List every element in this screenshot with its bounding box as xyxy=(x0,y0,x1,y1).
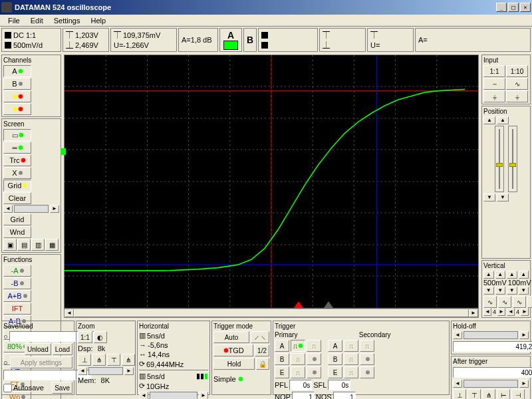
trigP-A-edge2[interactable]: ⎍ xyxy=(307,340,321,352)
vB-up2[interactable]: ▲ xyxy=(519,271,529,279)
v4l[interactable]: ◄ xyxy=(483,308,491,316)
zoom-tool2[interactable]: ⋔ xyxy=(92,354,106,366)
at-right[interactable]: ► xyxy=(519,380,529,388)
position-a-slider[interactable] xyxy=(495,126,504,192)
trigS-B-edge2[interactable] xyxy=(360,353,374,365)
fn-minus-b[interactable]: -B xyxy=(3,277,31,289)
zoom-left[interactable]: ◄ xyxy=(78,367,87,375)
aftertrig-input[interactable] xyxy=(453,367,532,378)
left-arrow-button[interactable]: ◄ xyxy=(3,205,13,213)
posA-down[interactable]: ▼ xyxy=(483,194,495,201)
menu-file[interactable]: File xyxy=(3,15,25,26)
v4l2[interactable]: ◄ xyxy=(507,308,515,316)
chB-ind[interactable] xyxy=(3,103,31,115)
scroll-right-button[interactable]: ► xyxy=(469,309,478,317)
nos-input[interactable] xyxy=(333,392,356,399)
trigP-B[interactable]: B xyxy=(275,353,289,365)
trigP-A-edge[interactable]: ⎍ xyxy=(291,340,305,352)
sfl-input[interactable] xyxy=(328,380,350,390)
at-scrollbar[interactable] xyxy=(464,380,518,388)
at-mode3[interactable]: ⋔ xyxy=(482,389,495,399)
maximize-button[interactable]: □ xyxy=(508,3,519,12)
v4r[interactable]: ► xyxy=(497,308,505,316)
vA-up[interactable]: ▲ xyxy=(483,271,494,279)
load-button[interactable]: Load xyxy=(53,343,72,355)
wnd-button[interactable]: Wnd xyxy=(3,226,31,238)
trigP-B-edge2[interactable] xyxy=(307,353,321,365)
trigS-E[interactable]: E xyxy=(328,366,342,378)
zoom-tool4[interactable]: ⋔ xyxy=(122,354,135,366)
holdoff-input[interactable] xyxy=(453,341,532,352)
zoom-ratio-button[interactable]: 1:1 xyxy=(78,331,92,343)
trc-button[interactable]: Trc xyxy=(3,154,31,166)
trigP-E-edge[interactable]: ⎍ xyxy=(291,366,305,378)
x-button[interactable]: X xyxy=(3,167,31,179)
wave4-icon[interactable]: ∿ xyxy=(527,296,532,308)
screen-sub3[interactable]: ▥ xyxy=(31,239,45,251)
posA-up[interactable]: ▲ xyxy=(483,116,495,124)
fn-aplusb[interactable]: A+B xyxy=(3,290,31,302)
ho-right[interactable]: ► xyxy=(519,331,529,339)
coupling-gnd-button[interactable]: ⏚ xyxy=(483,90,505,102)
oscilloscope-display[interactable] xyxy=(64,55,479,309)
nop-input[interactable] xyxy=(292,392,315,399)
channel-a-button[interactable]: A xyxy=(3,65,31,77)
trigS-E-edge2[interactable] xyxy=(360,366,374,378)
minimize-button[interactable]: _ xyxy=(496,3,507,12)
coupling-dc-button[interactable]: ⎓ xyxy=(483,78,505,90)
fn-ift[interactable]: IFT xyxy=(3,303,31,315)
h-scrollbar[interactable] xyxy=(150,392,198,399)
wave2-icon[interactable]: ∿ xyxy=(498,296,511,308)
screen-sub4[interactable]: ▦ xyxy=(45,239,59,251)
zoom-toggle[interactable]: ◐ xyxy=(94,331,107,343)
trigS-A-edge[interactable]: ⎍ xyxy=(344,340,358,352)
position-b-slider[interactable] xyxy=(508,126,517,192)
at-mode4[interactable]: ⊢ xyxy=(497,389,510,399)
tgd-button[interactable]: TGD xyxy=(213,344,253,356)
posB-up[interactable]: ▲ xyxy=(497,116,509,124)
chA-ind[interactable] xyxy=(3,90,31,102)
auto-button[interactable]: Auto xyxy=(213,331,249,343)
vA-up2[interactable]: ▲ xyxy=(495,271,506,279)
ratio-11-button[interactable]: 1:1 xyxy=(483,65,505,77)
slope-button[interactable]: ⟋⟍ xyxy=(251,331,269,343)
half-button[interactable]: 1/2 xyxy=(255,344,269,356)
screen-mode2-button[interactable]: ═ xyxy=(3,142,31,154)
at-left[interactable]: ◄ xyxy=(453,380,462,388)
at-mode5[interactable]: ⊣ xyxy=(511,389,525,399)
zoom-tool1[interactable]: ⊥ xyxy=(78,354,91,366)
channel-b-button[interactable]: B xyxy=(3,78,31,90)
wave1-icon[interactable]: ∿ xyxy=(483,296,497,308)
vB-dn[interactable]: ▼ xyxy=(507,287,517,295)
wave3-icon[interactable]: ∿ xyxy=(513,296,526,308)
trigP-A[interactable]: A xyxy=(275,340,289,352)
trigS-A-edge2[interactable]: ⎍ xyxy=(360,340,374,352)
menu-edit[interactable]: Edit xyxy=(25,15,49,26)
trigP-E-edge2[interactable] xyxy=(307,366,321,378)
trigP-E[interactable]: E xyxy=(275,366,289,378)
vA-dn2[interactable]: ▼ xyxy=(495,287,506,295)
grid-scrollbar[interactable] xyxy=(14,205,49,213)
ratio-110-button[interactable]: 1:10 xyxy=(506,65,528,77)
screen-sub2[interactable]: ▤ xyxy=(17,239,31,251)
hold-button[interactable]: Hold xyxy=(213,358,255,370)
at-mode2[interactable]: ⊤ xyxy=(467,389,481,399)
trigP-B-edge[interactable]: ⎍ xyxy=(291,353,305,365)
menu-help[interactable]: Help xyxy=(85,15,111,26)
close-button[interactable]: × xyxy=(520,3,531,12)
fn-minus-a[interactable]: -A xyxy=(3,265,31,277)
h-left[interactable]: ◄ xyxy=(139,392,148,399)
vB-dn2[interactable]: ▼ xyxy=(519,287,529,295)
zoom-right[interactable]: ► xyxy=(124,367,134,375)
trigS-B-edge[interactable]: ⎍ xyxy=(344,353,358,365)
trigger-marker-icon[interactable] xyxy=(294,301,303,308)
save-button[interactable]: Save xyxy=(52,382,72,394)
ho-scrollbar[interactable] xyxy=(464,331,518,339)
autosave-checkbox[interactable] xyxy=(3,384,12,392)
apply-settings-button[interactable]: Apply settings xyxy=(10,356,72,368)
zoom-scrollbar[interactable] xyxy=(88,367,123,375)
unload-button[interactable]: Unload xyxy=(25,343,51,355)
v4r2[interactable]: ► xyxy=(521,308,529,316)
screen-sub1[interactable]: ▣ xyxy=(3,239,17,251)
h-right[interactable]: ► xyxy=(199,392,208,399)
